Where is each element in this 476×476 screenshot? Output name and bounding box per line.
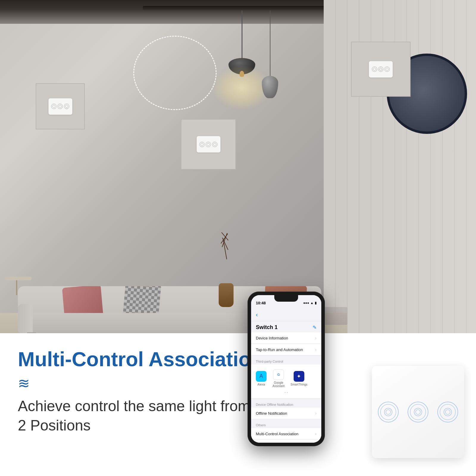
switch-button-1[interactable] xyxy=(378,402,399,422)
chevron-icon: › xyxy=(315,431,317,436)
battery-icon: ▮ xyxy=(315,301,317,305)
switch-button-inner-1 xyxy=(384,408,392,416)
section-header-offline: Device Offline Notification xyxy=(251,399,321,408)
switch-button-inner-2 xyxy=(414,408,422,416)
phone-frame: 10:48 ●●● ▲ ▮ ‹ Switch 1 ✎ xyxy=(248,292,325,446)
google-icon-item[interactable]: G GoogleAssistant xyxy=(273,369,285,388)
wall-switch-top-right xyxy=(369,61,393,77)
back-button[interactable]: ‹ xyxy=(256,311,258,318)
pendant-lamp-1 xyxy=(228,10,255,74)
pendant-dome-2 xyxy=(262,76,278,98)
sofa-armrest-left xyxy=(18,304,33,334)
smartthings-label: SmartThings xyxy=(291,383,308,386)
chevron-icon: › xyxy=(315,336,317,340)
ceiling-track xyxy=(143,6,333,10)
switch-dot xyxy=(51,104,57,109)
device-name: Switch 1 xyxy=(256,324,278,331)
status-icons: ●●● ▲ ▮ xyxy=(303,301,317,305)
switch-dot xyxy=(206,142,211,147)
switch-dot xyxy=(64,104,69,109)
menu-item-label: Multi-Control Association xyxy=(256,432,315,436)
chevron-icon: › xyxy=(315,411,317,416)
switch-button-inner-3 xyxy=(444,408,452,416)
edit-icon[interactable]: ✎ xyxy=(313,325,317,330)
switch-dot xyxy=(212,142,217,147)
menu-item-automation[interactable]: Tap-to-Run and Automation › xyxy=(251,344,321,356)
menu-item-multicontrol[interactable]: Multi-Control Association › xyxy=(251,428,321,440)
google-label: GoogleAssistant xyxy=(273,381,285,388)
switch-dot xyxy=(372,67,377,72)
dashed-annotation-circle xyxy=(133,36,217,110)
menu-item-label: Device Information xyxy=(256,336,315,340)
alexa-label: Alexa xyxy=(257,383,265,386)
physical-switch-device xyxy=(372,366,464,458)
pendant-lamp-2 xyxy=(262,10,278,98)
pendant-dome-1 xyxy=(228,58,255,74)
vase xyxy=(219,283,234,307)
description-line2: 2 Positions xyxy=(18,417,91,434)
switch-dot xyxy=(378,67,383,72)
phone-page-content: Switch 1 ✎ Device Information › Tap-to-R… xyxy=(251,321,321,443)
menu-item-share[interactable]: Share Device › xyxy=(251,440,321,443)
pendant-wire-1 xyxy=(242,10,242,58)
wifi-icon: ▲ xyxy=(310,301,314,305)
wall-panel-center xyxy=(181,119,236,170)
switch-button-2[interactable] xyxy=(408,402,428,422)
switch-dot xyxy=(199,142,205,147)
wall-panel-left xyxy=(36,83,85,129)
phone-container: 10:48 ●●● ▲ ▮ ‹ Switch 1 ✎ xyxy=(248,292,325,446)
alexa-icon-item[interactable]: A Alexa xyxy=(256,371,267,386)
chevron-icon: › xyxy=(315,347,317,352)
phone-title-bar: Switch 1 ✎ xyxy=(251,321,321,332)
section-header-others: Others xyxy=(251,419,321,428)
switch-dot xyxy=(384,67,390,72)
switch-dot xyxy=(57,104,63,109)
menu-item-label: Tap-to-Run and Automation xyxy=(256,347,315,352)
menu-item-offline[interactable]: Offline Notification › xyxy=(251,408,321,419)
wall-panel-top-right xyxy=(351,42,411,97)
vase-area xyxy=(214,253,238,307)
menu-item-label: Offline Notification xyxy=(256,411,315,416)
smartthings-icon: ✦ xyxy=(294,371,304,382)
phone-screen: 10:48 ●●● ▲ ▮ ‹ Switch 1 ✎ xyxy=(251,295,321,443)
phone-nav-bar: ‹ xyxy=(251,308,321,321)
third-party-section: A Alexa G GoogleAssistant ✦ SmartThings xyxy=(251,364,321,399)
alexa-icon: A xyxy=(256,371,267,382)
section-header-third-party: Third-party Control xyxy=(251,356,321,364)
switch-button-3[interactable] xyxy=(437,402,458,422)
menu-item-device-info[interactable]: Device Information › xyxy=(251,332,321,344)
third-party-icons: A Alexa G GoogleAssistant ✦ SmartThings xyxy=(256,367,317,389)
google-icon: G xyxy=(273,369,284,380)
smartthings-icon-item[interactable]: ✦ SmartThings xyxy=(291,371,308,386)
status-time: 10:48 xyxy=(256,301,266,305)
room-background xyxy=(0,0,476,343)
wall-switch-center xyxy=(197,136,220,153)
phone-notch xyxy=(274,295,298,302)
pendant-wire-2 xyxy=(270,10,270,76)
description-line1: Achieve control the same light from xyxy=(18,398,250,414)
signal-icon: ●●● xyxy=(303,301,309,305)
wall-switch-left xyxy=(48,98,72,115)
